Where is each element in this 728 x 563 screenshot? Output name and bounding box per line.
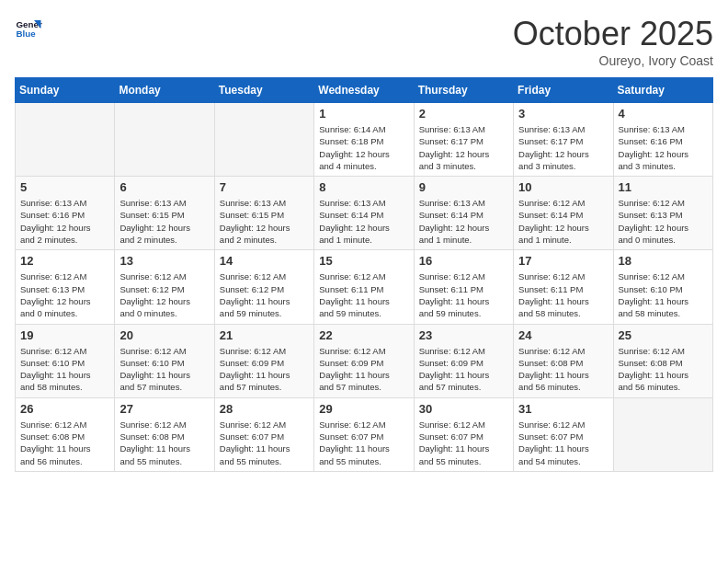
calendar-cell	[613, 397, 712, 471]
calendar-cell: 21Sunrise: 6:12 AM Sunset: 6:09 PM Dayli…	[214, 324, 313, 397]
day-number: 14	[220, 254, 309, 268]
day-number: 27	[119, 402, 209, 416]
day-info: Sunrise: 6:12 AM Sunset: 6:08 PM Dayligh…	[20, 419, 109, 467]
day-info: Sunrise: 6:13 AM Sunset: 6:16 PM Dayligh…	[20, 197, 109, 246]
calendar-cell: 25Sunrise: 6:12 AM Sunset: 6:08 PM Dayli…	[613, 324, 712, 397]
day-number: 30	[419, 402, 508, 416]
day-info: Sunrise: 6:12 AM Sunset: 6:12 PM Dayligh…	[220, 270, 309, 319]
day-info: Sunrise: 6:12 AM Sunset: 6:14 PM Dayligh…	[518, 197, 608, 246]
day-info: Sunrise: 6:12 AM Sunset: 6:10 PM Dayligh…	[619, 270, 708, 319]
day-number: 7	[220, 180, 309, 194]
day-number: 25	[619, 328, 708, 342]
day-number: 11	[619, 180, 708, 194]
title-section: October 2025 Oureyo, Ivory Coast	[513, 15, 713, 68]
day-number: 1	[319, 107, 408, 121]
calendar-cell: 13Sunrise: 6:12 AM Sunset: 6:12 PM Dayli…	[115, 250, 214, 324]
day-info: Sunrise: 6:12 AM Sunset: 6:07 PM Dayligh…	[419, 419, 508, 467]
calendar-cell: 31Sunrise: 6:12 AM Sunset: 6:07 PM Dayli…	[514, 397, 613, 471]
day-number: 16	[419, 254, 508, 268]
day-number: 2	[419, 107, 508, 121]
calendar-week-row: 5Sunrise: 6:13 AM Sunset: 6:16 PM Daylig…	[16, 177, 713, 250]
calendar-table: SundayMondayTuesdayWednesdayThursdayFrid…	[15, 77, 713, 472]
day-number: 22	[319, 328, 408, 342]
day-info: Sunrise: 6:13 AM Sunset: 6:15 PM Dayligh…	[119, 197, 209, 246]
calendar-cell: 24Sunrise: 6:12 AM Sunset: 6:08 PM Dayli…	[514, 324, 613, 397]
day-number: 3	[518, 107, 608, 121]
day-number: 13	[119, 254, 209, 268]
weekday-header-cell: Tuesday	[214, 78, 313, 103]
weekday-header-cell: Sunday	[16, 78, 115, 103]
calendar-cell: 12Sunrise: 6:12 AM Sunset: 6:13 PM Dayli…	[16, 250, 115, 324]
calendar-cell: 3Sunrise: 6:13 AM Sunset: 6:17 PM Daylig…	[514, 103, 613, 177]
calendar-cell: 27Sunrise: 6:12 AM Sunset: 6:08 PM Dayli…	[115, 397, 214, 471]
day-info: Sunrise: 6:12 AM Sunset: 6:12 PM Dayligh…	[119, 270, 209, 319]
calendar-cell: 8Sunrise: 6:13 AM Sunset: 6:14 PM Daylig…	[314, 177, 414, 250]
day-info: Sunrise: 6:13 AM Sunset: 6:17 PM Dayligh…	[518, 123, 608, 172]
day-info: Sunrise: 6:12 AM Sunset: 6:11 PM Dayligh…	[319, 270, 408, 319]
day-number: 21	[220, 328, 309, 342]
calendar-cell: 16Sunrise: 6:12 AM Sunset: 6:11 PM Dayli…	[414, 250, 513, 324]
day-info: Sunrise: 6:14 AM Sunset: 6:18 PM Dayligh…	[319, 123, 408, 172]
month-title: October 2025	[513, 15, 713, 53]
day-number: 29	[319, 402, 408, 416]
calendar-cell: 29Sunrise: 6:12 AM Sunset: 6:07 PM Dayli…	[314, 397, 414, 471]
day-info: Sunrise: 6:12 AM Sunset: 6:09 PM Dayligh…	[319, 345, 408, 394]
logo-icon: General Blue	[15, 15, 42, 42]
day-number: 12	[20, 254, 109, 268]
day-number: 8	[319, 180, 408, 194]
calendar-cell: 22Sunrise: 6:12 AM Sunset: 6:09 PM Dayli…	[314, 324, 414, 397]
calendar-week-row: 26Sunrise: 6:12 AM Sunset: 6:08 PM Dayli…	[16, 397, 713, 471]
day-info: Sunrise: 6:12 AM Sunset: 6:07 PM Dayligh…	[220, 419, 309, 467]
calendar-week-row: 12Sunrise: 6:12 AM Sunset: 6:13 PM Dayli…	[16, 250, 713, 324]
day-number: 19	[20, 328, 109, 342]
day-info: Sunrise: 6:12 AM Sunset: 6:13 PM Dayligh…	[20, 270, 109, 319]
calendar-cell: 23Sunrise: 6:12 AM Sunset: 6:09 PM Dayli…	[414, 324, 513, 397]
day-number: 24	[518, 328, 608, 342]
calendar-cell	[16, 103, 115, 177]
day-number: 10	[518, 180, 608, 194]
day-info: Sunrise: 6:13 AM Sunset: 6:14 PM Dayligh…	[419, 197, 508, 246]
calendar-cell: 11Sunrise: 6:12 AM Sunset: 6:13 PM Dayli…	[613, 177, 712, 250]
calendar-cell: 1Sunrise: 6:14 AM Sunset: 6:18 PM Daylig…	[314, 103, 414, 177]
calendar-cell: 14Sunrise: 6:12 AM Sunset: 6:12 PM Dayli…	[214, 250, 313, 324]
day-number: 20	[119, 328, 209, 342]
day-info: Sunrise: 6:12 AM Sunset: 6:11 PM Dayligh…	[518, 270, 608, 319]
weekday-header-cell: Wednesday	[314, 78, 414, 103]
day-number: 23	[419, 328, 508, 342]
day-info: Sunrise: 6:12 AM Sunset: 6:08 PM Dayligh…	[119, 419, 209, 467]
calendar-cell: 17Sunrise: 6:12 AM Sunset: 6:11 PM Dayli…	[514, 250, 613, 324]
calendar-cell: 10Sunrise: 6:12 AM Sunset: 6:14 PM Dayli…	[514, 177, 613, 250]
svg-text:Blue: Blue	[17, 29, 37, 39]
calendar-cell	[214, 103, 313, 177]
calendar-cell: 7Sunrise: 6:13 AM Sunset: 6:15 PM Daylig…	[214, 177, 313, 250]
calendar-body: 1Sunrise: 6:14 AM Sunset: 6:18 PM Daylig…	[16, 103, 713, 472]
weekday-header-cell: Friday	[514, 78, 613, 103]
day-info: Sunrise: 6:12 AM Sunset: 6:10 PM Dayligh…	[119, 345, 209, 394]
calendar-cell: 9Sunrise: 6:13 AM Sunset: 6:14 PM Daylig…	[414, 177, 513, 250]
day-info: Sunrise: 6:13 AM Sunset: 6:16 PM Dayligh…	[619, 123, 708, 172]
weekday-header-cell: Saturday	[613, 78, 712, 103]
day-info: Sunrise: 6:13 AM Sunset: 6:15 PM Dayligh…	[220, 197, 309, 246]
calendar-cell: 6Sunrise: 6:13 AM Sunset: 6:15 PM Daylig…	[115, 177, 214, 250]
calendar-cell: 18Sunrise: 6:12 AM Sunset: 6:10 PM Dayli…	[613, 250, 712, 324]
calendar-cell	[115, 103, 214, 177]
day-number: 28	[220, 402, 309, 416]
day-info: Sunrise: 6:13 AM Sunset: 6:14 PM Dayligh…	[319, 197, 408, 246]
page-header: General Blue October 2025 Oureyo, Ivory …	[15, 15, 713, 68]
day-number: 9	[419, 180, 508, 194]
calendar-cell: 30Sunrise: 6:12 AM Sunset: 6:07 PM Dayli…	[414, 397, 513, 471]
day-info: Sunrise: 6:12 AM Sunset: 6:09 PM Dayligh…	[220, 345, 309, 394]
day-info: Sunrise: 6:12 AM Sunset: 6:07 PM Dayligh…	[319, 419, 408, 467]
day-number: 5	[20, 180, 109, 194]
calendar-cell: 28Sunrise: 6:12 AM Sunset: 6:07 PM Dayli…	[214, 397, 313, 471]
day-number: 17	[518, 254, 608, 268]
day-number: 18	[619, 254, 708, 268]
calendar-cell: 4Sunrise: 6:13 AM Sunset: 6:16 PM Daylig…	[613, 103, 712, 177]
calendar-cell: 19Sunrise: 6:12 AM Sunset: 6:10 PM Dayli…	[16, 324, 115, 397]
day-number: 6	[119, 180, 209, 194]
location: Oureyo, Ivory Coast	[513, 53, 713, 68]
calendar-cell: 20Sunrise: 6:12 AM Sunset: 6:10 PM Dayli…	[115, 324, 214, 397]
day-info: Sunrise: 6:12 AM Sunset: 6:07 PM Dayligh…	[518, 419, 608, 467]
day-info: Sunrise: 6:12 AM Sunset: 6:10 PM Dayligh…	[20, 345, 109, 394]
calendar-cell: 2Sunrise: 6:13 AM Sunset: 6:17 PM Daylig…	[414, 103, 513, 177]
